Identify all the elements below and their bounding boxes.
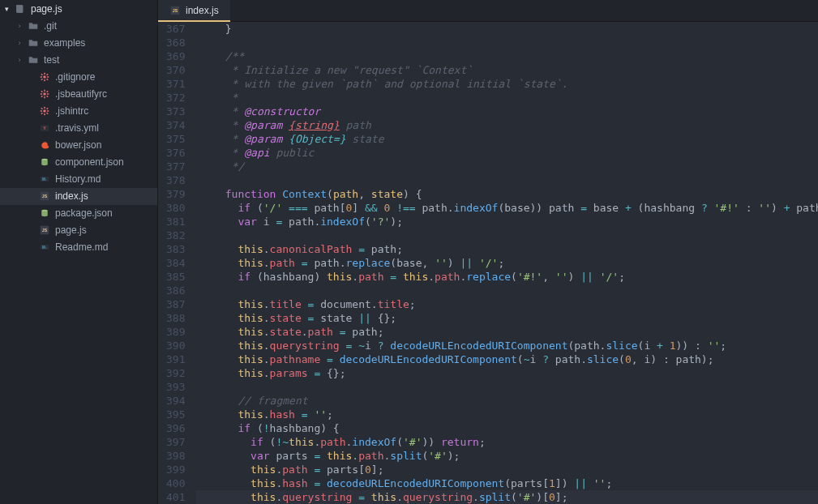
tree-item-label: page.js: [55, 224, 87, 237]
line-number: 377: [166, 160, 185, 173]
tree-folder-examples[interactable]: ›examples: [0, 35, 157, 52]
line-number: 397: [166, 435, 185, 449]
svg-rect-26: [41, 113, 43, 115]
tree-item-label: Readme.md: [55, 241, 108, 254]
svg-rect-6: [46, 79, 49, 81]
folder-git-icon: [28, 20, 39, 32]
code-line[interactable]: this.state.path = path;: [196, 325, 818, 339]
svg-text:JS: JS: [173, 8, 178, 13]
chevron-down-icon: ▾: [3, 5, 10, 13]
tree-item-label: package.json: [55, 207, 113, 220]
file-tree-sidebar[interactable]: ▾ page.js ›.git›examples›test›.gitignore…: [0, 0, 158, 504]
code-line[interactable]: [196, 173, 818, 187]
code-line[interactable]: this.state = state || {};: [196, 311, 818, 325]
line-number: 387: [166, 297, 185, 311]
tree-item-label: bower.json: [55, 139, 101, 152]
tree-file-package-json[interactable]: ›package.json: [0, 205, 157, 222]
line-number: 394: [166, 394, 185, 408]
code-line[interactable]: [196, 36, 818, 49]
line-number-gutter: 3673683693703713723733743753763773783793…: [158, 22, 196, 504]
tree-file-component-json[interactable]: ›component.json: [0, 154, 157, 171]
code-line[interactable]: *: [196, 91, 818, 105]
svg-rect-23: [41, 108, 43, 110]
code-line[interactable]: if (hashbang) this.path = this.path.repl…: [196, 270, 818, 284]
code-line[interactable]: // fragment: [196, 394, 818, 408]
svg-rect-4: [47, 76, 49, 78]
line-number: 393: [166, 380, 185, 394]
svg-rect-12: [41, 93, 42, 95]
tree-folder--git[interactable]: ›.git: [0, 18, 157, 35]
book-icon: [15, 3, 26, 15]
line-number: 399: [166, 463, 185, 476]
tree-file-index-js[interactable]: ›JSindex.js: [0, 188, 157, 205]
line-number: 384: [166, 256, 185, 270]
tree-folder-test[interactable]: ›test: [0, 52, 157, 69]
svg-rect-2: [44, 79, 45, 81]
code-line[interactable]: this.querystring = this.querystring.spli…: [196, 490, 818, 504]
code-line[interactable]: * @constructor: [196, 105, 818, 118]
code-content[interactable]: } /** * Initialize a new "request" `Cont…: [196, 22, 818, 504]
svg-rect-3: [41, 76, 42, 78]
chevron-right-icon: ›: [16, 54, 23, 66]
svg-rect-22: [47, 110, 49, 112]
code-line[interactable]: this.pathname = decodeURLEncodedURICompo…: [196, 352, 818, 366]
code-line[interactable]: * with the given `path` and optional ini…: [196, 77, 818, 91]
gear-icon: [39, 105, 50, 117]
tree-file-history-md[interactable]: ›M↓History.md: [0, 171, 157, 188]
bower-icon: [39, 139, 50, 152]
code-line[interactable]: [196, 284, 818, 297]
tree-file-readme-md[interactable]: ›M↓Readme.md: [0, 239, 157, 256]
svg-rect-10: [44, 90, 45, 92]
line-number: 369: [166, 49, 185, 63]
tree-file--gitignore[interactable]: ›.gitignore: [0, 69, 157, 86]
code-line[interactable]: if ('/' === path[0] && 0 !== path.indexO…: [196, 201, 818, 215]
code-line[interactable]: * @param {string} path: [196, 118, 818, 132]
code-line[interactable]: var parts = this.path.split('#');: [196, 449, 818, 463]
code-line[interactable]: this.title = document.title;: [196, 297, 818, 311]
code-line[interactable]: * @param {Object=} state: [196, 132, 818, 146]
tree-file-bower-json[interactable]: ›bower.json: [0, 137, 157, 154]
code-line[interactable]: }: [196, 22, 818, 36]
yml-icon: Y: [39, 122, 50, 135]
line-number: 398: [166, 449, 185, 463]
code-line[interactable]: var i = path.indexOf('?');: [196, 215, 818, 229]
md-icon: M↓: [39, 241, 50, 254]
tree-file--jshintrc[interactable]: ›.jshintrc: [0, 103, 157, 120]
tree-file-page-js[interactable]: ›JSpage.js: [0, 222, 157, 239]
code-line[interactable]: this.hash = '';: [196, 408, 818, 421]
code-line[interactable]: * @api public: [196, 146, 818, 160]
line-number: 381: [166, 215, 185, 229]
tree-file--jsbeautifyrc[interactable]: ›.jsbeautifyrc: [0, 86, 157, 103]
code-line[interactable]: [196, 229, 818, 242]
tree-file--travis-yml[interactable]: ›Y.travis.yml: [0, 120, 157, 137]
code-line[interactable]: [196, 380, 818, 394]
code-line[interactable]: this.hash = decodeURLEncodedURIComponent…: [196, 476, 818, 490]
code-line[interactable]: this.canonicalPath = path;: [196, 242, 818, 256]
code-line[interactable]: this.params = {};: [196, 366, 818, 380]
line-number: 375: [166, 132, 185, 146]
code-line[interactable]: * Initialize a new "request" `Context`: [196, 63, 818, 77]
tab-bar: JSindex.js: [158, 0, 818, 22]
tree-item-label: component.json: [55, 156, 124, 169]
code-line[interactable]: */: [196, 160, 818, 173]
code-line[interactable]: if (!~this.path.indexOf('#')) return;: [196, 435, 818, 449]
code-line[interactable]: this.path = path.replace(base, '') || '/…: [196, 256, 818, 270]
svg-text:M↓: M↓: [42, 177, 47, 182]
svg-rect-21: [41, 110, 42, 112]
line-number: 382: [166, 229, 185, 242]
code-line[interactable]: if (!hashbang) {: [196, 421, 818, 435]
tree-item-label: .git: [44, 20, 57, 32]
code-line[interactable]: /**: [196, 49, 818, 63]
project-root[interactable]: ▾ page.js: [0, 0, 157, 18]
code-editor[interactable]: 3673683693703713723733743753763773783793…: [158, 22, 818, 504]
js-icon: JS: [39, 190, 50, 203]
tab-index-js[interactable]: JSindex.js: [158, 0, 230, 21]
code-line[interactable]: function Context(path, state) {: [196, 187, 818, 201]
line-number: 386: [166, 284, 185, 297]
line-number: 374: [166, 118, 185, 132]
line-number: 378: [166, 173, 185, 187]
code-line[interactable]: this.querystring = ~i ? decodeURLEncoded…: [196, 339, 818, 352]
code-line[interactable]: this.path = parts[0];: [196, 463, 818, 476]
line-number: 392: [166, 366, 185, 380]
editor-pane: JSindex.js 36736836937037137237337437537…: [158, 0, 818, 504]
